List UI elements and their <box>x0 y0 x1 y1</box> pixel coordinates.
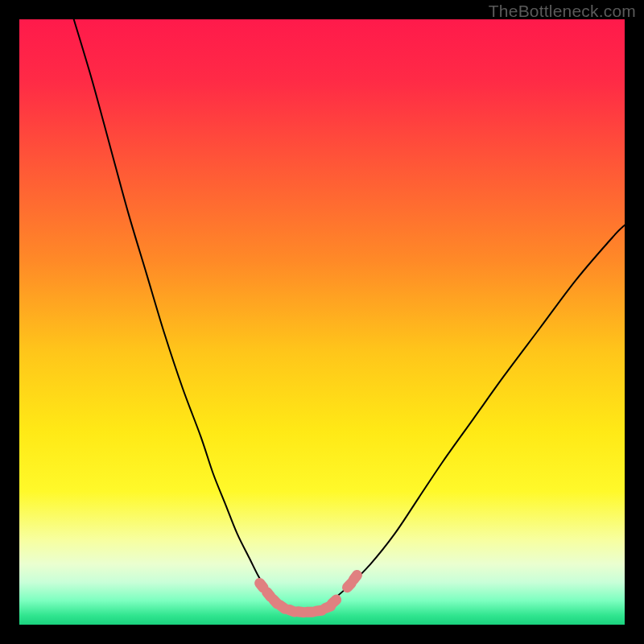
chart-frame: TheBottleneck.com <box>0 0 644 644</box>
watermark-text: TheBottleneck.com <box>489 2 636 21</box>
bottleneck-chart <box>19 19 625 625</box>
gradient-background <box>19 19 625 625</box>
